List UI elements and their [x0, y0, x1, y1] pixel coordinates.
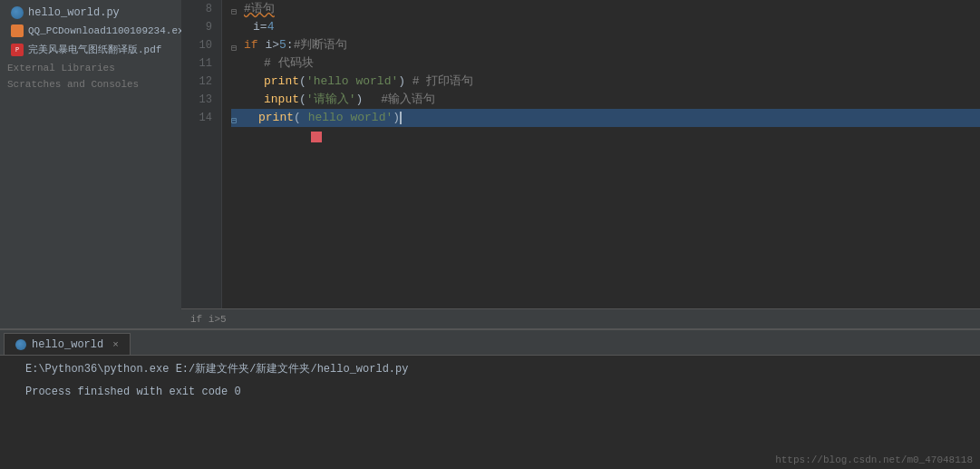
sidebar-item-qq-download[interactable]: QQ_PCDownload1100109234.exe	[0, 22, 181, 40]
sidebar: hello_world.py QQ_PCDownload1100109234.e…	[0, 0, 181, 328]
code-line-10: ⊟ if i>5: #判断语句 ~~~~~	[231, 36, 980, 54]
sidebar-file-label: hello_world.py	[28, 6, 120, 19]
fold-icon-8[interactable]: ⊟	[231, 4, 242, 15]
scratches-consoles-section[interactable]: Scratches and Consoles	[0, 75, 181, 92]
external-libraries-section[interactable]: External Libraries	[0, 59, 181, 75]
cursor-caret	[400, 112, 402, 124]
breadcrumb-bar: if i>5	[181, 308, 980, 328]
breadcrumb-text: if i>5	[190, 314, 227, 325]
code-line-12: print('hello world') # 打印语句	[231, 73, 980, 91]
exit-message: Process finished with exit code 0	[25, 386, 969, 398]
code-line-11: # 代码块	[231, 54, 980, 73]
sidebar-item-pdf[interactable]: P 完美风暴电气图纸翻译版.pdf	[0, 40, 181, 59]
code-line-9: i=4	[231, 18, 980, 36]
python-tab-icon	[15, 339, 26, 350]
sidebar-item-hello-world[interactable]: hello_world.py	[0, 4, 181, 22]
bottom-tab-label: hello_world	[32, 338, 103, 351]
python-icon	[11, 6, 24, 19]
fold-icon-10[interactable]: ⊟	[231, 40, 242, 51]
run-command-path: E:\Python36\python.exe E:/新建文件夹/新建文件夹/he…	[25, 361, 969, 376]
bottom-tab-close[interactable]: ×	[112, 339, 119, 350]
pdf-icon: P	[11, 44, 24, 56]
code-line-8: ⊟ #语句	[231, 0, 980, 18]
code-lines[interactable]: ⊟ #语句 i=4 ⊟ if i>5: #判断语句 ~~~~~	[222, 0, 980, 308]
watermark: https://blog.csdn.net/m0_47048118	[775, 454, 973, 465]
console-output: E:\Python36\python.exe E:/新建文件夹/新建文件夹/he…	[0, 356, 980, 469]
editor-area: 8 9 10 11 12 13 14 ⊟ #语句 i=4	[181, 0, 980, 328]
line-numbers: 8 9 10 11 12 13 14	[181, 0, 222, 308]
code-line-14: ⊟ print( hello world')	[231, 109, 980, 127]
code-content: 8 9 10 11 12 13 14 ⊟ #语句 i=4	[181, 0, 980, 308]
bottom-tab-hello-world[interactable]: hello_world ×	[4, 333, 131, 355]
exe-icon	[11, 24, 24, 37]
sidebar-file-label: QQ_PCDownload1100109234.exe	[28, 25, 181, 36]
sidebar-file-label: 完美风暴电气图纸翻译版.pdf	[28, 43, 161, 56]
bottom-panel-tabs: hello_world ×	[0, 330, 980, 356]
bottom-panel: ▶ ↓ ↑ hello_world × E:\Python36\python.e…	[0, 328, 980, 469]
code-line-13: input('请输入') #输入语句	[231, 91, 980, 109]
